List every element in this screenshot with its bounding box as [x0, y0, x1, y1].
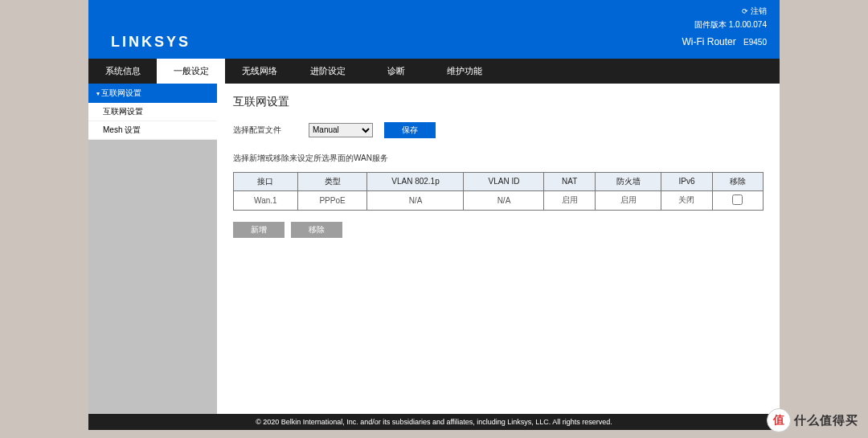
- main-nav: 系统信息 一般设定 无线网络 进阶设定 诊断 维护功能: [88, 59, 780, 84]
- cell-vlan-id: N/A: [464, 190, 544, 210]
- product-info: Wi-Fi Router E9450: [682, 36, 767, 47]
- save-button[interactable]: 保存: [384, 122, 436, 138]
- config-profile-row: 选择配置文件 Manual 保存: [233, 122, 764, 138]
- logout-link[interactable]: ⟳注销: [101, 5, 767, 18]
- nav-advanced[interactable]: 进阶设定: [293, 59, 362, 84]
- nav-general[interactable]: 一般设定: [157, 59, 225, 84]
- top-bar: ⟳注销 固件版本 1.0.00.074: [88, 0, 780, 34]
- logout-label: 注销: [751, 6, 767, 15]
- action-buttons: 新增 移除: [233, 222, 764, 238]
- product-name: Wi-Fi Router: [682, 36, 735, 47]
- cell-vlan-p: N/A: [367, 190, 464, 210]
- cell-nat: 启用: [544, 190, 595, 210]
- watermark-icon: 值: [767, 408, 791, 432]
- footer: © 2020 Belkin International, Inc. and/or…: [88, 414, 780, 430]
- logout-icon: ⟳: [742, 6, 748, 18]
- th-firewall: 防火墙: [595, 172, 661, 190]
- sidebar-item-mesh[interactable]: Mesh 设置: [88, 121, 217, 140]
- add-button[interactable]: 新增: [233, 222, 285, 238]
- page-title: 互联网设置: [233, 95, 764, 109]
- cell-type: PPPoE: [297, 190, 367, 210]
- watermark: 值 什么值得买: [767, 407, 863, 433]
- sidebar-section-internet[interactable]: 互联网设置: [88, 84, 217, 103]
- th-ipv6: IPv6: [661, 172, 712, 190]
- sidebar-item-internet[interactable]: 互联网设置: [88, 103, 217, 121]
- th-remove: 移除: [712, 172, 763, 190]
- brand-logo: LINKSYS: [111, 34, 190, 51]
- cell-interface: Wan.1: [234, 190, 298, 210]
- cell-ipv6: 关闭: [661, 190, 712, 210]
- th-vlan-id: VLAN ID: [464, 172, 544, 190]
- nav-system-info[interactable]: 系统信息: [88, 59, 157, 84]
- firmware-version: 固件版本 1.0.00.074: [101, 18, 767, 31]
- nav-wireless[interactable]: 无线网络: [225, 59, 293, 84]
- nav-maintenance[interactable]: 维护功能: [430, 59, 498, 84]
- remove-button[interactable]: 移除: [291, 222, 342, 238]
- body: 互联网设置 互联网设置 Mesh 设置 互联网设置 选择配置文件 Manual …: [88, 84, 780, 415]
- wan-table: 接口 类型 VLAN 802.1p VLAN ID NAT 防火墙 IPv6 移…: [233, 172, 764, 211]
- brand-bar: LINKSYS Wi-Fi Router E9450: [88, 34, 780, 59]
- table-header-row: 接口 类型 VLAN 802.1p VLAN ID NAT 防火墙 IPv6 移…: [234, 172, 764, 190]
- th-interface: 接口: [234, 172, 298, 190]
- instruction-text: 选择新增或移除来设定所选界面的WAN服务: [233, 153, 764, 164]
- table-row: Wan.1 PPPoE N/A N/A 启用 启用 关闭: [234, 190, 764, 210]
- profile-select[interactable]: Manual: [309, 123, 373, 137]
- remove-checkbox[interactable]: [732, 194, 743, 205]
- th-type: 类型: [297, 172, 367, 190]
- nav-diagnostics[interactable]: 诊断: [362, 59, 430, 84]
- app-frame: ⟳注销 固件版本 1.0.00.074 LINKSYS Wi-Fi Router…: [88, 0, 780, 430]
- cell-remove: [712, 190, 763, 210]
- product-model: E9450: [743, 38, 767, 47]
- cell-firewall: 启用: [595, 190, 661, 210]
- sidebar: 互联网设置 互联网设置 Mesh 设置: [88, 84, 217, 415]
- watermark-text: 什么值得买: [794, 413, 858, 428]
- config-profile-label: 选择配置文件: [233, 125, 297, 136]
- content: 互联网设置 选择配置文件 Manual 保存 选择新增或移除来设定所选界面的WA…: [217, 84, 780, 415]
- th-vlan-p: VLAN 802.1p: [367, 172, 464, 190]
- th-nat: NAT: [544, 172, 595, 190]
